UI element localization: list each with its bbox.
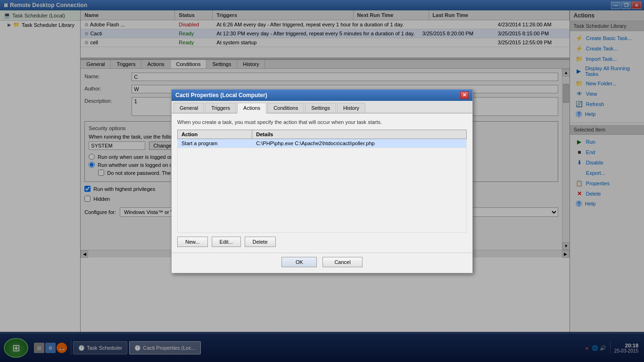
modal-tab-history[interactable]: History [337,103,365,113]
modal-title-text: Cacti Properties (Local Computer) [175,92,267,99]
cancel-button[interactable]: Cancel [322,257,362,267]
empty-cell [178,148,467,232]
action-cell: Start a program [178,139,252,148]
table-body: Start a program C:\PHP\php.exe C:\Apache… [178,139,467,232]
table-header-row: Action Details [178,130,467,139]
modal-tabs: General Triggers Actions Conditions Sett… [172,101,472,114]
new-button[interactable]: New... [177,237,208,247]
details-cell: C:\PHP\php.exe C:\Apache2\htdocs\cacti\p… [252,139,467,148]
modal-tab-triggers[interactable]: Triggers [205,103,236,113]
empty-table-row [178,148,467,232]
modal-tab-actions[interactable]: Actions [237,103,266,114]
edit-button[interactable]: Edit... [212,237,241,247]
modal-tab-conditions[interactable]: Conditions [267,103,304,113]
modal-close-button[interactable]: ✕ [460,91,469,99]
modal-tab-settings[interactable]: Settings [305,103,336,113]
modal-button-row: New... Edit... Delete [177,237,467,247]
modal-footer: OK Cancel [172,253,472,273]
modal-overlay: Cacti Properties (Local Computer) ✕ Gene… [0,0,644,362]
actions-table: Action Details Start a program C:\PHP\ph… [177,130,467,233]
modal-dialog: Cacti Properties (Local Computer) ✕ Gene… [171,89,473,273]
ok-button[interactable]: OK [281,257,317,267]
details-col-header: Details [252,130,467,139]
modal-body: When you create a task, you must specify… [172,114,472,253]
modal-description: When you create a task, you must specify… [177,119,467,125]
action-col-header: Action [178,130,252,139]
modal-tab-general[interactable]: General [173,103,204,113]
modal-title-bar: Cacti Properties (Local Computer) ✕ [172,90,472,101]
table-row[interactable]: Start a program C:\PHP\php.exe C:\Apache… [178,139,467,148]
delete-button[interactable]: Delete [245,237,276,247]
